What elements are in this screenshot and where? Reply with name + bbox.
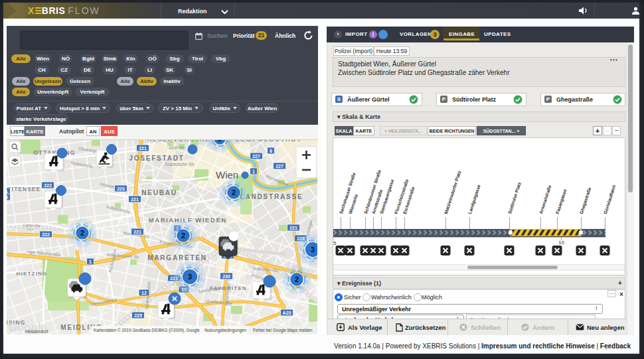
svg-text:Matzleinsdorfer Platz: Matzleinsdorfer Platz bbox=[443, 170, 462, 214]
svg-text:10: 10 bbox=[558, 240, 564, 246]
svg-text:Ghegastraße: Ghegastraße bbox=[579, 186, 593, 214]
svg-text:Südtiroler Platz: Südtiroler Platz bbox=[507, 181, 522, 214]
svg-text:ALSERVORSTADT: ALSERVORSTADT bbox=[147, 140, 216, 143]
svg-text:Fasangasse: Fasangasse bbox=[555, 188, 568, 215]
svg-text:LANDSTRASSE: LANDSTRASSE bbox=[240, 193, 303, 200]
svg-text:Nutzungsbedingungen: Nutzungsbedingungen bbox=[204, 328, 247, 333]
svg-text:Steinbauergasse: Steinbauergasse bbox=[379, 179, 395, 214]
svg-text:Lazer Str.: Lazer Str. bbox=[23, 222, 42, 228]
svg-text:Kartendaten © 2019 GeoBasis-DE: Kartendaten © 2019 GeoBasis-DE/BKG (©200… bbox=[94, 328, 200, 333]
svg-text:223: 223 bbox=[117, 186, 125, 191]
svg-text:221: 221 bbox=[139, 146, 147, 151]
svg-text:MARGARETEN: MARGARETEN bbox=[147, 254, 207, 261]
svg-text:WIEDEN: WIEDEN bbox=[195, 216, 227, 224]
svg-text:HIETZING: HIETZING bbox=[17, 271, 48, 277]
svg-text:12: 12 bbox=[141, 291, 147, 295]
svg-text:1: 1 bbox=[252, 169, 255, 174]
svg-text:1: 1 bbox=[7, 189, 8, 194]
svg-text:Gürtelauffahrt: Gürtelauffahrt bbox=[603, 184, 617, 214]
svg-text:Landgutgasse: Landgutgasse bbox=[467, 184, 482, 215]
svg-text:NEUBAU: NEUBAU bbox=[141, 189, 177, 196]
svg-text:Alser Str.: Alser Str. bbox=[169, 145, 186, 150]
svg-text:3: 3 bbox=[188, 273, 192, 281]
svg-text:5: 5 bbox=[333, 240, 337, 246]
svg-text:221: 221 bbox=[133, 230, 141, 234]
svg-text:Hetzendorf: Hetzendorf bbox=[25, 329, 48, 334]
svg-text:A23: A23 bbox=[283, 311, 291, 315]
svg-text:222: 222 bbox=[42, 232, 50, 237]
svg-text:227: 227 bbox=[276, 164, 283, 169]
svg-text:Arsenalstraße: Arsenalstraße bbox=[538, 184, 552, 214]
svg-text:BREITENSEE: BREITENSEE bbox=[7, 186, 40, 192]
svg-text:2: 2 bbox=[295, 275, 299, 283]
svg-text:8: 8 bbox=[270, 149, 272, 153]
svg-text:222: 222 bbox=[44, 183, 52, 188]
svg-text:8: 8 bbox=[7, 195, 8, 200]
svg-text:221: 221 bbox=[289, 226, 297, 230]
svg-text:JOSEFSTADT: JOSEFSTADT bbox=[129, 155, 184, 162]
svg-text:2: 2 bbox=[80, 229, 84, 237]
svg-text:1: 1 bbox=[89, 259, 92, 264]
svg-text:227: 227 bbox=[252, 154, 260, 159]
svg-text:221: 221 bbox=[131, 197, 139, 202]
svg-text:Josefstädter Str.: Josefstädter Str. bbox=[165, 162, 195, 167]
svg-text:230: 230 bbox=[222, 274, 230, 279]
svg-text:Wienzeile: Wienzeile bbox=[348, 194, 359, 215]
svg-text:2: 2 bbox=[181, 232, 185, 240]
svg-text:2: 2 bbox=[218, 140, 222, 143]
svg-text:225: 225 bbox=[134, 313, 142, 318]
svg-text:3: 3 bbox=[311, 246, 315, 253]
svg-text:Fehler bei Google Maps melden: Fehler bei Google Maps melden bbox=[253, 328, 313, 333]
svg-text:2: 2 bbox=[232, 188, 236, 196]
svg-text:LEOPOLDSTADT: LEOPOLDSTADT bbox=[236, 140, 303, 143]
